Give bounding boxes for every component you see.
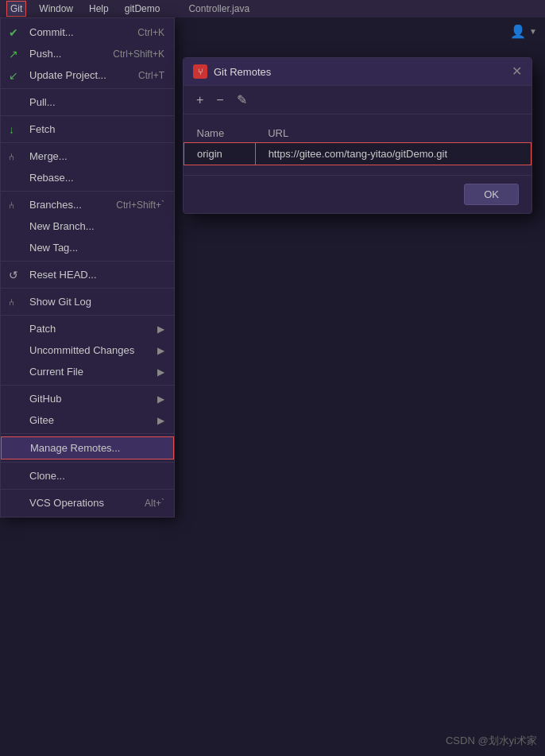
dialog-close-button[interactable]: ✕ xyxy=(512,65,522,78)
gitee-arrow-icon: ▶ xyxy=(157,415,164,426)
menu-item-clone[interactable]: Clone... xyxy=(1,465,174,487)
user-area: 👤 ▼ xyxy=(510,24,537,39)
divider-6 xyxy=(1,288,174,289)
menu-window[interactable]: Window xyxy=(36,2,76,16)
clone-label: Clone... xyxy=(29,470,65,482)
update-project-label: Update Project... xyxy=(29,69,106,81)
remote-url-origin: https://gitee.com/tang-yitao/gitDemo.git xyxy=(255,143,531,165)
reset-icon: ↺ xyxy=(9,269,18,281)
remove-remote-button[interactable]: − xyxy=(213,91,226,109)
branches-icon: ⑃ xyxy=(9,200,14,211)
menu-item-rebase[interactable]: Rebase... xyxy=(1,167,174,188)
rebase-label: Rebase... xyxy=(29,172,74,184)
divider-2 xyxy=(1,115,174,116)
menu-item-push[interactable]: ↗ Push... Ctrl+Shift+K xyxy=(1,43,174,64)
watermark: CSDN @划水yi术家 xyxy=(446,734,537,748)
divider-11 xyxy=(1,489,174,490)
uncommitted-changes-label: Uncommitted Changes xyxy=(29,344,134,356)
divider-10 xyxy=(1,462,174,463)
menu-item-update-project[interactable]: ↙ Update Project... Ctrl+T xyxy=(1,64,174,86)
divider-9 xyxy=(1,433,174,434)
dialog-toolbar: + − ✎ xyxy=(184,86,531,114)
divider-7 xyxy=(1,315,174,316)
push-icon: ↗ xyxy=(9,48,18,60)
menu-item-fetch[interactable]: ↓ Fetch xyxy=(1,118,174,140)
menu-gitdemo[interactable]: gitDemo xyxy=(122,2,164,16)
menu-item-reset-head[interactable]: ↺ Reset HEAD... xyxy=(1,264,174,285)
pull-label: Pull... xyxy=(29,96,56,108)
menu-item-current-file[interactable]: Current File ▶ xyxy=(1,361,174,382)
menu-item-uncommitted-changes[interactable]: Uncommitted Changes ▶ xyxy=(1,339,174,361)
menu-item-new-branch[interactable]: New Branch... xyxy=(1,215,174,237)
gitee-label: Gitee xyxy=(29,414,54,426)
menu-item-github[interactable]: GitHub ▶ xyxy=(1,388,174,409)
branches-shortcut: Ctrl+Shift+` xyxy=(116,200,164,211)
github-arrow-icon: ▶ xyxy=(157,394,164,405)
divider-1 xyxy=(1,88,174,89)
menu-item-manage-remotes[interactable]: Manage Remotes... xyxy=(1,436,174,459)
dialog-git-icon: ⑂ xyxy=(193,64,207,79)
push-shortcut: Ctrl+Shift+K xyxy=(113,48,164,60)
main-area: 👤 ▼ ✔ Commit... Ctrl+K ↗ Push... Ctrl+Sh… xyxy=(0,17,545,756)
new-branch-label: New Branch... xyxy=(29,220,95,232)
commit-label: Commit... xyxy=(29,26,74,38)
divider-3 xyxy=(1,142,174,143)
col-url: URL xyxy=(255,124,531,143)
menu-item-gitee[interactable]: Gitee ▶ xyxy=(1,409,174,431)
chevron-down-icon: ▼ xyxy=(529,27,537,36)
menu-item-merge[interactable]: ⑃ Merge... xyxy=(1,145,174,167)
github-label: GitHub xyxy=(29,393,61,405)
new-tag-label: New Tag... xyxy=(29,242,78,254)
menu-item-branches[interactable]: ⑃ Branches... Ctrl+Shift+` xyxy=(1,194,174,215)
ok-button[interactable]: OK xyxy=(464,184,519,205)
fetch-icon: ↓ xyxy=(9,123,14,136)
dialog-content: Name URL origin https://gitee.com/tang-y… xyxy=(184,114,531,175)
update-icon: ↙ xyxy=(9,69,18,82)
push-label: Push... xyxy=(29,48,61,60)
dialog-title: Git Remotes xyxy=(214,66,512,78)
merge-label: Merge... xyxy=(29,150,68,162)
merge-icon: ⑃ xyxy=(9,151,14,162)
commit-shortcut: Ctrl+K xyxy=(137,27,164,38)
reset-head-label: Reset HEAD... xyxy=(29,269,97,281)
menu-help[interactable]: Help xyxy=(86,2,112,16)
dialog-header: ⑂ Git Remotes ✕ xyxy=(184,58,531,86)
git-remotes-dialog: ⑂ Git Remotes ✕ + − ✎ Name URL origin xyxy=(183,57,532,214)
user-icon[interactable]: 👤 xyxy=(510,24,526,39)
show-git-log-label: Show Git Log xyxy=(29,296,91,308)
current-file-label: Current File xyxy=(29,366,83,378)
manage-remotes-label: Manage Remotes... xyxy=(30,442,120,454)
vcs-operations-label: VCS Operations xyxy=(29,497,104,509)
dialog-footer: OK xyxy=(184,175,531,213)
gitlog-icon: ⑃ xyxy=(9,297,14,308)
git-dropdown-menu: ✔ Commit... Ctrl+K ↗ Push... Ctrl+Shift+… xyxy=(0,17,175,518)
editor-tab: Controller.java xyxy=(188,3,249,14)
menu-item-new-tag[interactable]: New Tag... xyxy=(1,237,174,258)
uncommitted-arrow-icon: ▶ xyxy=(157,345,164,356)
divider-8 xyxy=(1,385,174,386)
edit-remote-button[interactable]: ✎ xyxy=(234,91,250,109)
commit-icon: ✔ xyxy=(9,26,18,39)
divider-5 xyxy=(1,261,174,262)
patch-arrow-icon: ▶ xyxy=(157,324,164,335)
divider-4 xyxy=(1,191,174,192)
current-file-arrow-icon: ▶ xyxy=(157,366,164,378)
menu-item-commit[interactable]: ✔ Commit... Ctrl+K xyxy=(1,21,174,43)
remotes-table: Name URL origin https://gitee.com/tang-y… xyxy=(184,124,531,165)
menu-git[interactable]: Git xyxy=(6,1,26,17)
menu-item-pull[interactable]: Pull... xyxy=(1,91,174,113)
remote-name-origin: origin xyxy=(184,143,256,165)
branches-label: Branches... xyxy=(29,199,82,211)
patch-label: Patch xyxy=(29,323,56,335)
update-project-shortcut: Ctrl+T xyxy=(138,70,164,81)
col-name: Name xyxy=(184,124,256,143)
remote-row-origin[interactable]: origin https://gitee.com/tang-yitao/gitD… xyxy=(184,143,531,165)
vcs-operations-shortcut: Alt+` xyxy=(145,498,164,509)
menu-item-patch[interactable]: Patch ▶ xyxy=(1,318,174,339)
fetch-label: Fetch xyxy=(29,123,56,135)
top-bar: Git Window Help gitDemo Controller.java xyxy=(0,0,545,17)
menu-item-show-git-log[interactable]: ⑃ Show Git Log xyxy=(1,291,174,312)
add-remote-button[interactable]: + xyxy=(193,91,207,109)
menu-item-vcs-operations[interactable]: VCS Operations Alt+` xyxy=(1,492,174,514)
